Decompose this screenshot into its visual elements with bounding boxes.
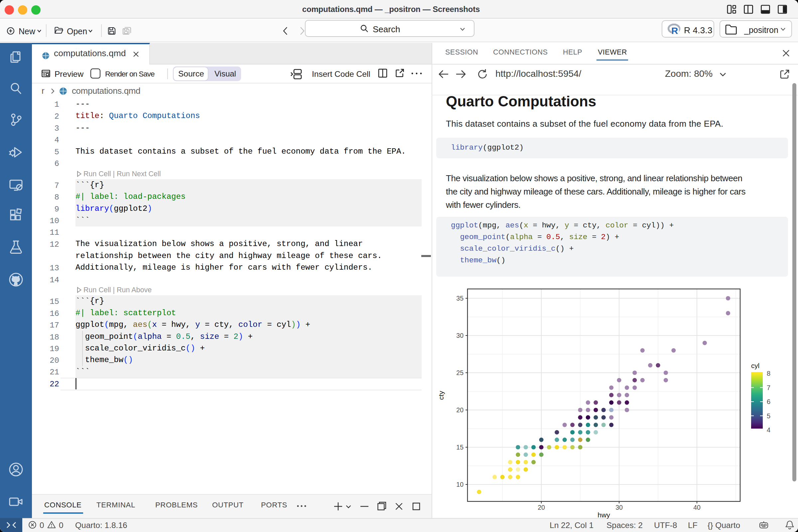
- svg-text:R: R: [671, 25, 678, 35]
- svg-text:25: 25: [456, 369, 463, 376]
- svg-text:20: 20: [538, 504, 545, 511]
- svg-text:7: 7: [767, 384, 771, 391]
- svg-text:20: 20: [456, 406, 463, 414]
- svg-text:hwy: hwy: [597, 511, 610, 519]
- svg-text:40: 40: [693, 504, 701, 511]
- svg-text:35: 35: [456, 294, 463, 302]
- svg-text:30: 30: [456, 332, 463, 339]
- svg-text:4: 4: [767, 426, 771, 434]
- svg-text:5: 5: [767, 412, 771, 420]
- svg-text:15: 15: [456, 443, 463, 451]
- svg-text:8: 8: [767, 370, 771, 377]
- svg-text:10: 10: [456, 481, 463, 488]
- svg-text:6: 6: [767, 398, 771, 405]
- svg-text:cty: cty: [437, 391, 445, 400]
- svg-text:30: 30: [615, 504, 623, 511]
- svg-text:cyl: cyl: [751, 362, 759, 369]
